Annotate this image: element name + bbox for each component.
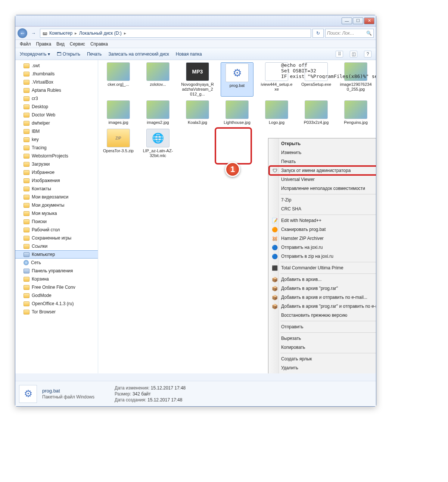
tree-item[interactable]: Контакты — [15, 185, 98, 193]
address-bar[interactable]: 🖴 Компьютер ▸ Локальный диск (D:) ▸ — [40, 29, 311, 38]
tree-item[interactable]: GodMode — [15, 291, 98, 300]
breadcrumb[interactable]: Компьютер — [49, 31, 72, 36]
tree-item[interactable]: Поиски — [15, 217, 98, 226]
context-menu-item[interactable]: 📝Edit with Notepad++ — [269, 216, 376, 225]
tree-item[interactable]: OpenOffice 4.1.3 (ru) — [15, 300, 98, 308]
print-button[interactable]: Печать — [87, 51, 102, 57]
file-item[interactable]: Penguins.jpg — [339, 100, 372, 125]
tree-item[interactable]: dwhelper — [15, 119, 98, 127]
tree-item[interactable]: Desktop — [15, 103, 98, 111]
context-menu-item[interactable]: ⬛Total Commander Ultima Prime▶ — [269, 263, 376, 272]
burn-button[interactable]: Записать на оптический диск — [108, 51, 169, 57]
tree-item[interactable]: Tor Browser — [15, 308, 98, 316]
context-menu-item[interactable]: Отправить▶ — [269, 322, 376, 331]
file-item[interactable]: Logo.jpg — [260, 100, 293, 125]
context-menu-item[interactable]: 7-Zip▶ — [269, 195, 376, 204]
file-item[interactable]: images2.jpg — [141, 100, 174, 125]
context-item-icon: 📦 — [271, 276, 278, 283]
tree-item[interactable]: Избранное — [15, 168, 98, 176]
file-item[interactable]: Koala3.jpg — [181, 100, 214, 125]
tree-item[interactable]: .swt — [15, 62, 98, 70]
nav-tree[interactable]: .swt.thumbnails.VirtualBoxAptana Rublesc… — [15, 60, 98, 373]
tree-item[interactable]: Моя музыка — [15, 209, 98, 217]
tree-item[interactable]: Aptana Rubles — [15, 86, 98, 94]
context-menu-item[interactable]: 🐹Hamster ZIP Archiver▶ — [269, 234, 376, 243]
tree-item[interactable]: Загрузки — [15, 160, 98, 168]
file-label: Koala3.jpg — [188, 120, 207, 125]
file-item[interactable]: cker.org]_... — [102, 62, 135, 97]
tree-item-label: Tor Browser — [32, 309, 56, 314]
context-menu-item[interactable]: 🟠Сканировать prog.bat — [269, 225, 376, 234]
help-button[interactable]: ? — [364, 51, 371, 57]
tree-item[interactable]: Панель управления — [15, 267, 98, 275]
file-item[interactable]: prog.bat — [221, 62, 253, 97]
menu-view[interactable]: Вид — [56, 41, 65, 47]
context-menu-item[interactable]: 📦Добавить в архив "prog.rar" и отправить… — [269, 302, 376, 311]
breadcrumb[interactable]: Локальный диск (D:) — [79, 31, 122, 36]
context-menu-item[interactable]: CRC SHA▶ — [269, 204, 376, 213]
tree-item[interactable]: key — [15, 135, 98, 144]
menu-help[interactable]: Справка — [90, 41, 108, 47]
back-button[interactable]: ← — [18, 28, 27, 38]
menu-file[interactable]: Файл — [20, 41, 31, 47]
tree-item[interactable]: Изображения — [15, 176, 98, 185]
context-menu-item[interactable]: Печать — [269, 157, 376, 166]
context-menu-item[interactable]: Удалить — [269, 363, 376, 372]
context-menu-item[interactable]: Изменить — [269, 148, 376, 157]
context-menu-item[interactable]: Переименовать — [269, 372, 376, 373]
menu-tools[interactable]: Сервис — [70, 41, 85, 47]
file-item[interactable]: Lighthouse.jpg — [221, 100, 253, 125]
file-item[interactable]: P033x2z4.jpg — [300, 100, 333, 125]
new-folder-button[interactable]: Новая папка — [176, 51, 202, 57]
context-menu-item[interactable]: 📦Добавить в архив и отправить по e-mail.… — [269, 293, 376, 302]
tree-item[interactable]: Ссылки — [15, 242, 98, 250]
file-item[interactable]: zolotov... — [141, 62, 174, 97]
tree-item[interactable]: WebstormProjects — [15, 152, 98, 160]
file-item[interactable]: images.jpg — [102, 100, 135, 125]
file-item[interactable]: MP3Novogodnyaya_RadzhaVstream_2012_g... — [181, 62, 214, 97]
organize-button[interactable]: Упорядочить ▾ — [20, 51, 50, 57]
tree-item[interactable]: cr3 — [15, 94, 98, 103]
tree-item[interactable]: .VirtualBox — [15, 78, 98, 86]
tree-item[interactable]: Мои видеозаписи — [15, 193, 98, 201]
tree-item[interactable]: Сохраненные игры — [15, 234, 98, 242]
context-menu-item[interactable]: Создать ярлык — [269, 354, 376, 363]
drive-icon: 🖴 — [43, 31, 47, 36]
context-menu-item[interactable]: 🔵Отправить на joxi.ru — [269, 243, 376, 252]
context-menu-item[interactable]: Universal Viewer — [269, 175, 376, 184]
content-area: @echo off Set OSBIT=32 IF exist "%Progra… — [98, 60, 376, 373]
tree-item[interactable]: Free Online File Conv — [15, 283, 98, 291]
refresh-button[interactable]: ↻ — [312, 29, 324, 38]
forward-button[interactable]: → — [29, 28, 38, 38]
context-menu-item[interactable]: 📦Добавить в архив "prog.rar" — [269, 284, 376, 293]
close-button[interactable]: ✕ — [364, 18, 374, 24]
search-input[interactable]: Поиск: Лок… 🔍 — [325, 29, 374, 38]
tree-item[interactable]: .thumbnails — [15, 70, 98, 78]
tree-item[interactable]: Мои документы — [15, 201, 98, 209]
tree-item-label: Избранное — [32, 170, 55, 175]
preview-pane-button[interactable]: ◫ — [350, 51, 357, 57]
context-menu-item[interactable]: Исправление неполадок совместимости — [269, 184, 376, 193]
context-menu-item[interactable]: Открыть — [269, 139, 376, 148]
minimize-button[interactable]: — — [342, 18, 352, 24]
context-menu-item[interactable]: 📦Добавить в архив... — [269, 275, 376, 284]
context-menu-item[interactable]: 🛡Запуск от имени администратора — [269, 166, 376, 175]
tree-item[interactable]: Компьютер — [15, 250, 98, 259]
context-menu-item[interactable]: Восстановить прежнюю версию — [269, 311, 376, 320]
view-options-button[interactable]: ⠿ — [336, 51, 343, 57]
open-button[interactable]: 🗔Открыть — [57, 51, 80, 57]
context-menu-item[interactable]: Вырезать — [269, 334, 376, 343]
tree-item[interactable]: IBM — [15, 127, 98, 135]
file-item[interactable]: LIP_az-Latn-AZ-32bit.mlc — [141, 129, 174, 158]
tree-item[interactable]: Сеть — [15, 259, 98, 267]
context-item-label: Сканировать prog.bat — [281, 227, 326, 232]
file-item[interactable]: ZIPOperaTor-3.5.zip — [102, 129, 135, 158]
tree-item[interactable]: Корзина — [15, 275, 98, 283]
context-menu-item[interactable]: 🔵Отправить в zip на joxi.ru — [269, 252, 376, 261]
tree-item[interactable]: Рабочий стол — [15, 226, 98, 234]
maximize-button[interactable]: ☐ — [353, 18, 363, 24]
menu-edit[interactable]: Правка — [36, 41, 52, 47]
context-menu-item[interactable]: Копировать — [269, 343, 376, 352]
tree-item[interactable]: Doctor Web — [15, 111, 98, 119]
tree-item[interactable]: Tracing — [15, 144, 98, 152]
